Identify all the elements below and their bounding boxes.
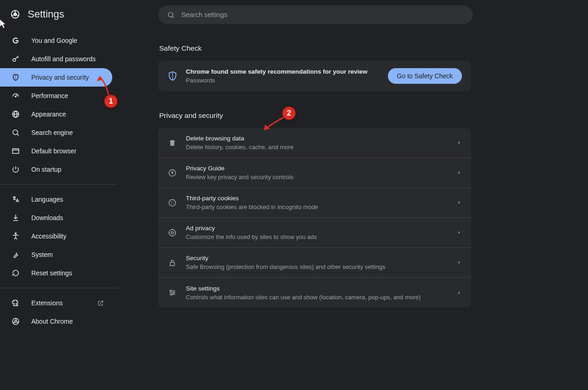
svg-point-1 [13, 12, 17, 16]
sidebar-item-label: Privacy and security [31, 74, 89, 81]
annotation-marker-1: 1 [104, 94, 118, 108]
extension-icon [11, 298, 20, 308]
sidebar-item-label: Appearance [31, 111, 66, 118]
sidebar-item-system[interactable]: System [0, 245, 112, 264]
sidebar-item-you-and-google[interactable]: You and Google [0, 31, 112, 50]
wrench-icon [11, 250, 20, 259]
section-title-safety-check: Safety Check [159, 44, 570, 52]
sidebar: Settings You and Google Autofill and pas… [0, 0, 118, 390]
search-icon [167, 11, 175, 19]
chevron-right-icon [456, 230, 462, 235]
list-item-title: Third-party cookies [186, 195, 447, 202]
nav-section-main: You and Google Autofill and passwords Pr… [0, 29, 118, 180]
sidebar-item-label: About Chrome [31, 318, 73, 325]
cookie-icon [167, 198, 177, 207]
list-item-subtitle: Third-party cookies are blocked in Incog… [186, 204, 447, 210]
sidebar-item-default-browser[interactable]: Default browser [0, 142, 112, 160]
compass-icon [167, 168, 177, 177]
list-item-title: Site settings [186, 285, 447, 292]
section-title-privacy: Privacy and security [159, 111, 570, 120]
privacy-list: Delete browsing data Delete history, coo… [158, 128, 471, 308]
list-item-title: Delete browsing data [186, 135, 447, 142]
search-bar[interactable] [158, 6, 473, 24]
chevron-right-icon [456, 260, 462, 265]
sidebar-item-accessibility[interactable]: Accessibility [0, 227, 112, 245]
sidebar-item-label: Search engine [31, 129, 73, 136]
list-item-title: Privacy Guide [186, 165, 447, 172]
sidebar-item-label: Reset settings [31, 269, 72, 277]
sidebar-item-label: Extensions [31, 299, 63, 307]
sidebar-item-about-chrome[interactable]: About Chrome [0, 312, 112, 331]
download-icon [11, 213, 20, 222]
go-to-safety-check-button[interactable]: Go to Safety Check [388, 68, 462, 84]
key-icon [11, 54, 20, 64]
list-item-subtitle: Delete history, cookies, cache, and more [186, 144, 447, 151]
svg-point-13 [171, 201, 172, 202]
search-icon [11, 128, 20, 137]
safety-check-subtitle: Passwords [186, 77, 380, 84]
ad-privacy-icon [167, 228, 177, 237]
svg-point-7 [15, 233, 17, 234]
list-item-security[interactable]: Security Safe Browsing (protection from … [158, 248, 471, 278]
nav-section-footer: Extensions About Chrome [0, 292, 118, 332]
palette-icon [11, 110, 20, 119]
reset-icon [11, 268, 20, 278]
sidebar-item-label: On startup [31, 166, 61, 173]
main-content: Safety Check Chrome found some safety re… [118, 0, 588, 390]
sidebar-item-languages[interactable]: Languages [0, 190, 112, 209]
sidebar-item-label: Autofill and passwords [31, 55, 96, 63]
sidebar-item-search-engine[interactable]: Search engine [0, 123, 112, 142]
list-item-subtitle: Review key privacy and security controls [186, 174, 447, 180]
svg-point-5 [13, 130, 18, 135]
list-item-subtitle: Safe Browsing (protection from dangerous… [186, 263, 447, 270]
sidebar-item-label: Languages [31, 196, 63, 203]
shield-icon [167, 71, 178, 81]
chevron-right-icon [456, 170, 462, 175]
sidebar-item-autofill[interactable]: Autofill and passwords [0, 50, 112, 68]
sidebar-item-appearance[interactable]: Appearance [0, 105, 112, 123]
list-item-subtitle: Customize the info used by sites to show… [186, 233, 447, 240]
list-item-site-settings[interactable]: Site settings Controls what information … [158, 278, 471, 308]
annotation-marker-2: 2 [282, 106, 296, 120]
svg-rect-19 [170, 262, 174, 265]
sidebar-item-downloads[interactable]: Downloads [0, 209, 112, 227]
external-link-icon [97, 299, 104, 307]
svg-point-22 [171, 294, 172, 295]
list-item-delete-browsing-data[interactable]: Delete browsing data Delete history, coo… [158, 128, 471, 158]
svg-point-21 [173, 292, 174, 293]
svg-point-20 [170, 290, 171, 291]
chrome-logo-icon [10, 9, 20, 19]
sidebar-item-label: Accessibility [31, 233, 66, 240]
sidebar-item-label: Performance [31, 92, 68, 99]
list-item-subtitle: Controls what information sites can use … [186, 294, 447, 301]
chrome-small-icon [11, 317, 20, 326]
svg-point-14 [173, 201, 173, 202]
sidebar-item-on-startup[interactable]: On startup [0, 160, 112, 179]
list-item-ad-privacy[interactable]: Ad privacy Customize the info used by si… [158, 218, 471, 248]
mouse-cursor-icon [0, 19, 7, 29]
sidebar-header: Settings [0, 6, 118, 29]
svg-point-16 [173, 203, 173, 204]
sidebar-item-label: You and Google [31, 37, 77, 44]
svg-point-3 [15, 96, 16, 97]
search-input[interactable] [181, 11, 465, 18]
lock-icon [167, 258, 177, 267]
chevron-right-icon [456, 200, 462, 205]
sliders-icon [167, 288, 177, 297]
svg-rect-6 [12, 149, 19, 154]
chevron-right-icon [456, 140, 462, 146]
trash-icon [167, 138, 177, 147]
speedometer-icon [11, 91, 20, 100]
safety-check-title: Chrome found some safety recommendations… [186, 68, 380, 75]
divider [0, 184, 118, 185]
google-g-icon [11, 36, 20, 45]
list-item-third-party-cookies[interactable]: Third-party cookies Third-party cookies … [158, 188, 471, 218]
safety-check-card: Chrome found some safety recommendations… [158, 61, 471, 91]
page-title: Settings [28, 8, 64, 20]
list-item-privacy-guide[interactable]: Privacy Guide Review key privacy and sec… [158, 158, 471, 188]
sidebar-item-extensions[interactable]: Extensions [0, 294, 112, 312]
svg-point-9 [15, 320, 17, 323]
svg-point-15 [171, 203, 172, 204]
list-item-title: Ad privacy [186, 225, 447, 232]
sidebar-item-reset-settings[interactable]: Reset settings [0, 264, 112, 282]
